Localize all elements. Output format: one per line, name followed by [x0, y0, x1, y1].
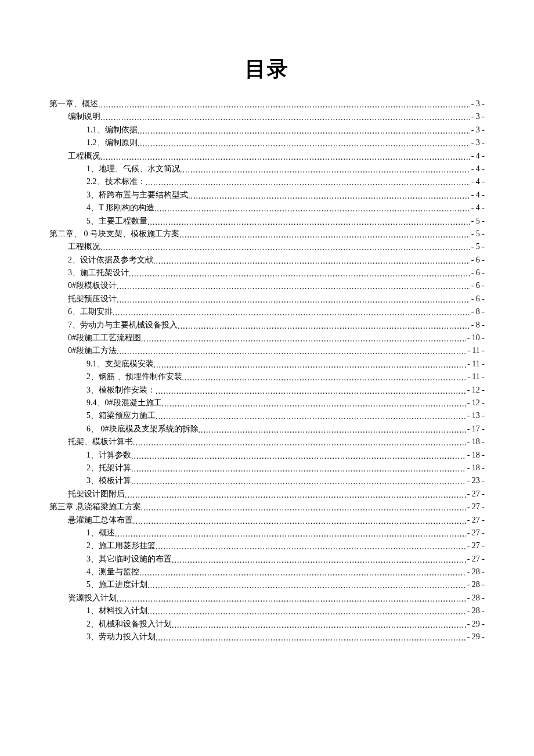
table-of-contents: 第一章、概述- 3 -编制说明- 3 -1.1、编制依据- 3 -1.2、编制原…: [49, 100, 485, 641]
toc-page-number: - 8 -: [470, 308, 485, 316]
toc-page-number: - 6 -: [470, 295, 485, 303]
toc-entry: 9.4、0#段混凝土施工- 12 -: [49, 399, 485, 407]
toc-leader-dots: [154, 205, 470, 213]
toc-entry: 4、T 形刚构的构造- 4 -: [49, 204, 485, 212]
toc-label: 5、主要工程数量: [86, 217, 147, 225]
toc-label: 2、钢筋 、预埋件制作安装: [86, 373, 182, 381]
toc-page-number: - 10 -: [466, 334, 485, 342]
toc-page-number: - 27 -: [466, 529, 485, 537]
toc-leader-dots: [156, 387, 466, 395]
toc-leader-dots: [113, 309, 470, 317]
toc-label: 托架预压设计: [68, 295, 117, 303]
toc-entry: 托架预压设计- 6 -: [49, 295, 485, 303]
toc-entry: 2、施工用菱形挂篮- 27 -: [49, 542, 485, 550]
toc-entry: 6、 0#块底模及支架系统的拆除- 17 -: [49, 425, 485, 433]
toc-leader-dots: [179, 231, 470, 239]
toc-leader-dots: [182, 374, 467, 382]
toc-entry: 1、材料投入计划- 28 -: [49, 607, 485, 615]
toc-entry: 2、设计依据及参考文献- 6 -: [49, 256, 485, 264]
toc-leader-dots: [125, 491, 466, 499]
toc-page-number: - 6 -: [470, 282, 485, 290]
toc-leader-dots: [133, 517, 466, 525]
toc-entry: 第三章 悬浇箱梁施工方案- 27 -: [49, 503, 485, 511]
toc-entry: 3、施工托架设计- 6 -: [49, 269, 485, 277]
toc-page-number: - 11 -: [466, 360, 485, 368]
toc-leader-dots: [154, 361, 467, 369]
toc-label: 1、地理、气候、水文简况: [86, 165, 180, 173]
toc-leader-dots: [117, 595, 466, 603]
toc-page-number: - 3 -: [470, 139, 485, 147]
toc-page-number: - 6 -: [470, 256, 485, 264]
toc-label: 4、T 形刚构的构造: [86, 204, 154, 212]
toc-entry: 第一章、概述- 3 -: [49, 100, 485, 108]
toc-label: 2、施工用菱形挂篮: [86, 542, 156, 550]
toc-leader-dots: [133, 439, 466, 447]
toc-page-number: - 11 -: [466, 373, 485, 381]
toc-page-number: - 3 -: [470, 113, 485, 121]
toc-leader-dots: [117, 296, 470, 304]
toc-page-number: - 8 -: [470, 321, 485, 329]
toc-leader-dots: [98, 101, 470, 109]
toc-label: 9.1、支架底模安装: [86, 360, 154, 368]
toc-label: 第一章、概述: [49, 100, 98, 108]
toc-page-number: - 27 -: [466, 490, 485, 498]
toc-entry: 托架设计图附后- 27 -: [49, 490, 485, 498]
toc-entry: 3、劳动力投入计划- 29 -: [49, 633, 485, 641]
toc-leader-dots: [138, 127, 470, 135]
toc-page-number: - 5 -: [470, 243, 485, 251]
toc-page-number: - 27 -: [466, 555, 485, 563]
toc-leader-dots: [131, 465, 466, 473]
toc-leader-dots: [147, 608, 466, 616]
toc-entry: 4、测量与监控- 28 -: [49, 568, 485, 576]
toc-page-number: - 5 -: [470, 230, 485, 238]
toc-leader-dots: [199, 426, 466, 434]
toc-leader-dots: [147, 218, 470, 226]
toc-label: 5、箱梁预应力施工: [86, 412, 156, 420]
toc-label: 编制说明: [68, 113, 100, 121]
toc-label: 2、托架计算: [86, 464, 131, 472]
toc-entry: 0#段模板设计- 6 -: [49, 282, 485, 290]
toc-leader-dots: [100, 114, 470, 122]
toc-page-number: - 17 -: [466, 425, 485, 433]
toc-label: 3、模板制作安装：: [86, 386, 156, 394]
toc-entry: 3、其它临时设施的布置- 27 -: [49, 555, 485, 563]
toc-label: 3、模板计算: [86, 477, 131, 485]
toc-leader-dots: [131, 478, 466, 486]
toc-entry: 托架、模板计算书- 18 -: [49, 438, 485, 446]
toc-entry: 工程概况- 5 -: [49, 243, 485, 251]
toc-page-number: - 4 -: [470, 204, 485, 212]
toc-page-number: - 4 -: [470, 178, 485, 186]
toc-entry: 0#段施工工艺流程图- 10 -: [49, 334, 485, 342]
toc-leader-dots: [100, 244, 470, 252]
toc-page-number: - 18 -: [466, 451, 485, 459]
toc-label: 0#段施工工艺流程图: [68, 334, 141, 342]
toc-label: 托架设计图附后: [68, 490, 125, 498]
toc-entry: 悬灌施工总体布置- 27 -: [49, 516, 485, 524]
toc-page-number: - 4 -: [470, 191, 485, 199]
toc-entry: 5、箱梁预应力施工- 13 -: [49, 412, 485, 420]
toc-entry: 2、钢筋 、预埋件制作安装- 11 -: [49, 373, 485, 381]
toc-page-number: - 11 -: [466, 347, 485, 355]
toc-page-number: - 27 -: [466, 542, 485, 550]
toc-label: 3、其它临时设施的布置: [86, 555, 172, 563]
toc-leader-dots: [129, 270, 470, 278]
toc-label: 9.4、0#段混凝土施工: [86, 399, 162, 407]
toc-label: 工程概况: [68, 152, 100, 160]
toc-leader-dots: [153, 257, 470, 265]
toc-entry: 1.2、编制原则- 3 -: [49, 139, 485, 147]
toc-page-number: - 3 -: [470, 126, 485, 134]
toc-page-number: - 27 -: [466, 516, 485, 524]
toc-page-number: - 3 -: [470, 100, 485, 108]
toc-label: 1、计算参数: [86, 451, 131, 459]
toc-leader-dots: [178, 322, 470, 330]
toc-leader-dots: [100, 153, 470, 161]
toc-leader-dots: [117, 283, 470, 291]
toc-entry: 1、地理、气候、水文简况- 4 -: [49, 165, 485, 173]
toc-label: 2、设计依据及参考文献: [68, 256, 153, 264]
page-title: 目录: [49, 55, 485, 84]
toc-entry: 2、托架计算- 18 -: [49, 464, 485, 472]
toc-entry: 7、劳动力与主要机械设备投入- 8 -: [49, 321, 485, 329]
toc-entry: 1、计算参数- 18 -: [49, 451, 485, 459]
toc-leader-dots: [156, 634, 466, 642]
toc-entry: 1、概述- 27 -: [49, 529, 485, 537]
